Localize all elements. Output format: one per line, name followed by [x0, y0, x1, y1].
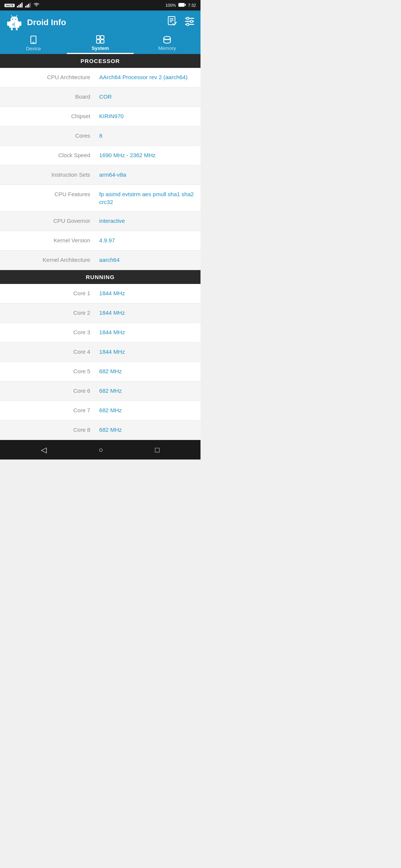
row-label: Core 6: [0, 381, 96, 400]
svg-rect-39: [101, 40, 104, 43]
row-label: Core 2: [0, 303, 96, 322]
svg-rect-3: [21, 3, 23, 8]
row-value: interactive: [96, 212, 200, 230]
processor-row: CPU Features fp asimd evtstrm aes pmull …: [0, 185, 200, 212]
tab-device-label: Device: [26, 46, 41, 51]
row-label: Core 8: [0, 420, 96, 439]
row-value: 1844 MHz: [96, 342, 200, 361]
svg-point-31: [187, 17, 189, 20]
svg-rect-36: [96, 36, 100, 39]
signal-icon-2: [25, 3, 31, 8]
row-label: Core 5: [0, 362, 96, 380]
header-left: ⚙ Droid Info: [6, 14, 66, 31]
svg-rect-4: [25, 6, 26, 8]
row-label: CPU Features: [0, 185, 96, 203]
row-value: 8: [96, 126, 200, 145]
processor-row: Chipset KIRIN970: [0, 107, 200, 126]
tab-system-label: System: [92, 45, 109, 51]
svg-point-15: [15, 19, 17, 20]
time-text: 7:32: [188, 3, 196, 8]
row-value: aarch64: [96, 251, 200, 269]
row-value: 682 MHz: [96, 401, 200, 419]
row-label: Core 1: [0, 284, 96, 302]
processor-section-header: PROCESSOR: [0, 54, 200, 68]
system-tab-icon: [96, 35, 104, 45]
running-rows: Core 1 1844 MHz Core 2 1844 MHz Core 3 1…: [0, 284, 200, 440]
battery-icon: [178, 3, 186, 8]
svg-rect-38: [96, 40, 100, 43]
tab-memory[interactable]: Memory: [134, 35, 200, 54]
svg-rect-18: [7, 21, 9, 26]
back-button[interactable]: ◁: [41, 445, 47, 454]
row-value: arm64-v8a: [96, 165, 200, 184]
row-label: Cores: [0, 126, 96, 145]
device-tab-icon: [30, 36, 37, 45]
svg-text:⚙: ⚙: [12, 23, 14, 26]
svg-point-14: [12, 19, 14, 20]
battery-text: 100%: [165, 3, 176, 8]
report-icon[interactable]: [167, 16, 177, 29]
running-row: Core 5 682 MHz: [0, 362, 200, 381]
svg-rect-1: [18, 5, 20, 8]
row-label: Core 7: [0, 401, 96, 419]
tab-memory-label: Memory: [158, 45, 176, 51]
svg-rect-7: [30, 3, 31, 8]
tab-device[interactable]: Device: [0, 35, 67, 54]
svg-rect-9: [185, 4, 186, 6]
processor-row: CPU Governor interactive: [0, 212, 200, 231]
app-logo: ⚙: [6, 14, 23, 31]
running-row: Core 8 682 MHz: [0, 420, 200, 440]
memory-tab-icon: [163, 36, 171, 45]
row-value: COR: [96, 87, 200, 106]
svg-rect-21: [16, 28, 18, 30]
svg-rect-37: [101, 36, 104, 39]
running-row: Core 1 1844 MHz: [0, 284, 200, 303]
row-label: Chipset: [0, 107, 96, 125]
header-right: [167, 16, 194, 29]
row-value: 682 MHz: [96, 381, 200, 400]
home-button[interactable]: ○: [98, 446, 103, 454]
app-title: Droid Info: [27, 18, 66, 27]
running-section-header: RUNNING: [0, 270, 200, 284]
row-label: Kernel Version: [0, 231, 96, 249]
volte-badge: VoLTE: [5, 4, 15, 7]
row-label: CPU Architecture: [0, 68, 96, 86]
recent-button[interactable]: □: [155, 446, 160, 454]
settings-icon[interactable]: [185, 17, 194, 28]
processor-row: CPU Architecture AArch64 Processor rev 2…: [0, 68, 200, 87]
running-row: Core 2 1844 MHz: [0, 303, 200, 323]
row-value: 1844 MHz: [96, 323, 200, 341]
status-right: 100% 7:32: [165, 3, 196, 8]
row-label: Core 4: [0, 342, 96, 361]
row-label: Clock Speed: [0, 146, 96, 164]
row-value: 682 MHz: [96, 362, 200, 380]
processor-row: Cores 8: [0, 126, 200, 146]
row-label: CPU Governor: [0, 212, 96, 230]
svg-point-32: [190, 20, 193, 23]
svg-line-17: [16, 15, 17, 17]
row-label: Instruction Sets: [0, 165, 96, 184]
running-row: Core 6 682 MHz: [0, 381, 200, 401]
svg-line-16: [11, 15, 12, 17]
running-row: Core 7 682 MHz: [0, 401, 200, 420]
signal-icon-1: [17, 3, 23, 8]
tab-bar: Device System Memory: [0, 35, 200, 54]
status-bar: VoLTE 100%: [0, 0, 200, 11]
svg-rect-0: [17, 6, 18, 8]
tab-system[interactable]: System: [67, 35, 134, 54]
row-value: 1844 MHz: [96, 303, 200, 322]
row-label: Board: [0, 87, 96, 106]
row-value: 1844 MHz: [96, 284, 200, 302]
row-value: 1690 MHz - 2362 MHz: [96, 146, 200, 164]
svg-rect-11: [179, 3, 184, 6]
processor-row: Clock Speed 1690 MHz - 2362 MHz: [0, 146, 200, 165]
running-row: Core 4 1844 MHz: [0, 342, 200, 362]
processor-row: Instruction Sets arm64-v8a: [0, 165, 200, 185]
svg-rect-5: [27, 5, 28, 8]
row-value: fp asimd evtstrm aes pmull sha1 sha2 crc…: [96, 185, 200, 211]
svg-rect-2: [20, 4, 21, 8]
nav-bar: ◁ ○ □: [0, 440, 200, 460]
svg-rect-6: [28, 4, 29, 8]
svg-rect-20: [11, 28, 13, 30]
processor-row: Kernel Version 4.9.97: [0, 231, 200, 251]
